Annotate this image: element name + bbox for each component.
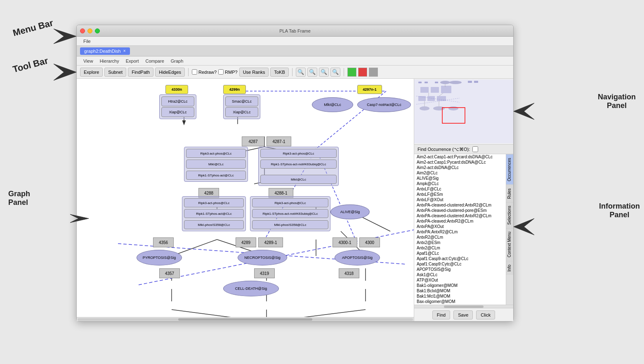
tab-context-menu[interactable]: Context Menu	[506, 228, 513, 261]
occ-item-8[interactable]: AntxLF@ESm	[414, 192, 506, 197]
occ-item-5[interactable]: ALIVE@Sig	[414, 176, 506, 181]
occ-item-10[interactable]: AntxPA-cleaved-clustered:AntxR2@CLm	[414, 202, 506, 208]
occ-item-15[interactable]: AntxPA:AntxR2@CLm	[414, 229, 506, 235]
subnet-button[interactable]: Subnet	[104, 68, 126, 77]
occ-item-16[interactable]: AntxR2@CLm	[414, 235, 506, 240]
explore-button[interactable]: Explore	[80, 68, 103, 77]
menu-compare[interactable]: Compare	[142, 58, 167, 64]
useranks-button[interactable]: Use Ranks	[239, 68, 269, 77]
click-button[interactable]: Click	[476, 310, 495, 319]
group-box-2: Ripk3-act-phos@CLc Ripk1-STphos-act-not#…	[258, 147, 339, 186]
zoom-out-button[interactable]: 🔍	[307, 68, 317, 77]
toolbar-sep-2	[292, 68, 293, 76]
occ-item-24[interactable]: ATP@XOut	[414, 277, 506, 283]
zoom-fit-button[interactable]: 🔍	[319, 68, 329, 77]
svg-marker-0	[54, 29, 76, 44]
scrollbar-track[interactable]	[78, 318, 413, 321]
graph-scrollbar[interactable]	[77, 317, 414, 321]
occ-item-11[interactable]: AntxPA-cleaved-clustered-pore@ESm	[414, 208, 506, 213]
list-scrollbar[interactable]	[414, 305, 513, 308]
tab-selections[interactable]: Selections	[506, 202, 513, 228]
occ-item-9[interactable]: AntxLF@XOut	[414, 197, 506, 202]
group-htra2-xiap: Htra2@CLc Xiap@CLc	[159, 94, 196, 119]
grp1-ripk1: Ripk1-STphos-act@CLc	[186, 171, 246, 180]
bottom-controls: Find Save Click	[414, 308, 513, 321]
occ-item-27[interactable]: Bak1:Mcl1@MOM	[414, 294, 506, 299]
color-gray-button[interactable]	[369, 68, 378, 77]
menu-hierarchy[interactable]: Hierarchy	[97, 58, 123, 64]
occ-item-7[interactable]: AntxLF@CLc	[414, 186, 506, 192]
rmp-check[interactable]	[218, 69, 224, 75]
menu-export[interactable]: Export	[123, 58, 142, 64]
occ-item-4[interactable]: Aim2@CLc	[414, 170, 506, 176]
svg-marker-1	[54, 64, 76, 80]
svg-rect-37	[435, 82, 438, 83]
svg-point-38	[440, 81, 450, 84]
node-4297n: 4297n-1	[357, 85, 382, 94]
minimize-button[interactable]	[87, 28, 92, 33]
grp1-ripk3: Ripk3-act-phos@CLc	[186, 149, 246, 158]
graph-panel-label: GraphPanel	[8, 190, 30, 207]
occ-item-17[interactable]: Antx2@ESm	[414, 240, 506, 245]
redraw-checkbox[interactable]: Redraw?	[192, 69, 217, 75]
menu-graph[interactable]: Graph	[167, 58, 187, 64]
occ-item-28[interactable]: Bax-oligomer@MOM	[414, 299, 506, 304]
svg-rect-45	[418, 96, 426, 101]
color-green-button[interactable]	[347, 68, 356, 77]
findpath-button[interactable]: FindPath	[128, 68, 153, 77]
occ-item-1[interactable]: Aim2-act:Casp1-act:Pycard:dsDNA@CLc	[414, 154, 506, 160]
tab-rules[interactable]: Rules	[506, 185, 513, 202]
main-window: PLA Tab Frame File graph2:DeathDish × Vi…	[76, 25, 514, 322]
group-box-3: Ripk3-act-phos@CLc Ripk1-STphos-act@CLc …	[182, 196, 246, 231]
redraw-check[interactable]	[192, 69, 197, 75]
find-occurrence-checkbox[interactable]	[472, 146, 478, 152]
occ-item-3[interactable]: Aim2-act:dsDNA@CLc	[414, 165, 506, 170]
svg-point-48	[420, 106, 429, 110]
occ-item-29[interactable]: Bax:Bcl2@MOM	[414, 304, 506, 305]
occ-item-13[interactable]: AntxPA-cleaved:AntxR2@CLm	[414, 218, 506, 224]
menu-file[interactable]: File	[80, 38, 94, 45]
window-title: PLA Tab Frame	[279, 28, 311, 33]
occ-item-20[interactable]: Apaf1:Casp9-act:Cytc@CLc	[414, 256, 506, 261]
occ-item-6[interactable]: Ampk@CLc	[414, 181, 506, 186]
maximize-button[interactable]	[95, 28, 100, 33]
group-smac-xiap: Smac@CLc Xiap@CLc	[223, 94, 260, 119]
rmp-checkbox[interactable]: RMP?	[218, 69, 238, 75]
occ-item-25[interactable]: Bak1-oligomer@MOM	[414, 283, 506, 288]
close-button[interactable]	[80, 28, 85, 33]
occ-item-12[interactable]: AntxPA-cleaved-clustered:AntxR2@CLm	[414, 213, 506, 218]
grp3-mlkl: MlkI-phos!S358@CLc	[184, 220, 244, 229]
save-button[interactable]: Save	[453, 310, 473, 319]
occ-item-22[interactable]: APOPTOSIS@Sig	[414, 267, 506, 272]
svg-rect-42	[420, 87, 429, 93]
active-tab[interactable]: graph2:DeathDish ×	[80, 47, 130, 55]
occ-item-18[interactable]: Antx2@CLm	[414, 245, 506, 251]
tab-occurrences[interactable]: Occurrences	[506, 154, 513, 185]
tokb-button[interactable]: ToKB	[270, 68, 288, 77]
node-4318: 4318	[339, 268, 359, 278]
occ-item-26[interactable]: Bak1:Bclxl@MOM	[414, 288, 506, 294]
find-occurrence-bar: Find Occurrence (⌥⌘O):	[414, 145, 513, 154]
occ-item-2[interactable]: Aim2-act:Casp1:Pycard:dsDNA@CLc	[414, 160, 506, 165]
hideedges-button[interactable]: HideEdges	[155, 68, 185, 77]
tab-close-button[interactable]: ×	[123, 49, 126, 53]
node-pyroptosis: PYROPTOSIS@Sig	[137, 250, 182, 265]
svg-point-49	[433, 106, 445, 110]
zoom-reset-button[interactable]: 🔍	[330, 68, 340, 77]
occurrences-list[interactable]: Aim2-act:Casp1-act:Pycard:dsDNA@CLc Aim2…	[414, 154, 506, 305]
tab-info[interactable]: Info	[506, 261, 513, 275]
find-button[interactable]: Find	[432, 310, 450, 319]
occ-item-21[interactable]: Apaf1:Casp9:Cytc@CLc	[414, 261, 506, 267]
node-4357: 4357	[159, 268, 180, 278]
node-mlkl1: MlkI@CLc	[312, 97, 353, 112]
zoom-in-button[interactable]: 🔍	[296, 68, 306, 77]
occ-item-19[interactable]: Apaf1@CLc	[414, 251, 506, 256]
menu-view[interactable]: View	[80, 58, 97, 64]
scrollbar-thumb[interactable]	[178, 318, 312, 321]
occ-item-14[interactable]: AntxPA@XOut	[414, 224, 506, 229]
graph-panel[interactable]: 4330n 4299n 4297n-1 Htra2@CLc Xiap@CLc S…	[77, 79, 414, 321]
occ-item-23[interactable]: Ask1@CLc	[414, 272, 506, 277]
color-red-button[interactable]	[358, 68, 367, 77]
svg-rect-43	[431, 87, 439, 93]
node-celldeath: CELL-DEATH@Sig	[223, 281, 279, 296]
